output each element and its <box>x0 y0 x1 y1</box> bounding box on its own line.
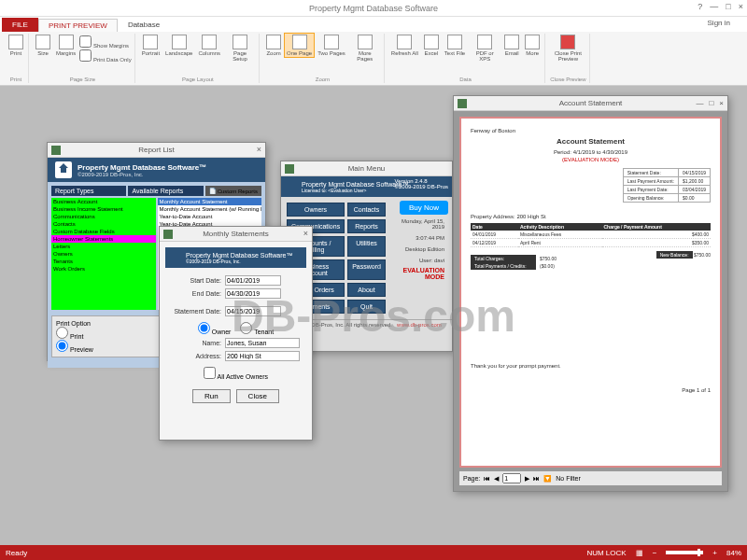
portrait-button[interactable]: Portrait <box>140 34 162 57</box>
window-icon <box>285 164 294 174</box>
buy-now-button[interactable]: Buy Now <box>400 201 448 215</box>
list-item[interactable]: Business Account <box>51 198 156 205</box>
landscape-button[interactable]: Landscape <box>163 34 194 57</box>
window-icon <box>163 230 173 239</box>
menu-button[interactable]: Reports <box>347 219 386 233</box>
tab-print-preview[interactable]: PRINT PREVIEW <box>38 19 118 32</box>
page-navigator: Page: ⏮ ◀ ▶ ⏭ 🔽 No Filter <box>459 471 722 485</box>
view-icon[interactable]: ▦ <box>636 549 643 557</box>
help-icon[interactable]: ? <box>698 2 702 11</box>
menu-button[interactable]: Owners <box>287 203 345 217</box>
refresh-button[interactable]: Refresh All <box>389 34 420 57</box>
company-name: Fenway of Boston <box>471 128 711 133</box>
close-preview-button[interactable]: Close Print Preview <box>552 34 584 63</box>
pdf-button[interactable]: PDF or XPS <box>469 34 500 63</box>
logo-icon <box>285 180 298 193</box>
all-active-check[interactable]: All Active Owners <box>204 367 268 380</box>
zoom-button[interactable]: Zoom <box>264 34 283 57</box>
statusbar: Ready NUM LOCK ▦ − + 84% <box>0 545 747 560</box>
logo-icon <box>169 251 182 264</box>
list-item[interactable]: Owners <box>51 250 156 258</box>
logo-icon <box>55 161 72 178</box>
list-item[interactable]: Monthly Account Statement (w/ Running Ba… <box>158 205 262 213</box>
one-page-button[interactable]: One Page <box>285 34 314 57</box>
email-button[interactable]: Email <box>502 34 521 57</box>
report-types-header: Report Types <box>51 186 126 196</box>
show-margins-check[interactable]: Show Margins <box>79 35 131 49</box>
zoom-out-icon[interactable]: − <box>653 549 657 557</box>
zoom-slider[interactable] <box>666 551 703 554</box>
list-item[interactable]: Communications <box>51 213 156 220</box>
sign-in-link[interactable]: Sign in <box>708 19 730 27</box>
menu-button[interactable]: Password <box>347 259 386 280</box>
custom-reports-button[interactable]: 📄 Custom Reports <box>205 186 261 196</box>
nav-first-icon[interactable]: ⏮ <box>484 475 490 482</box>
close-icon[interactable]: × <box>739 2 743 11</box>
page-num-input[interactable] <box>502 473 521 483</box>
minimize-icon[interactable]: — <box>696 99 703 107</box>
list-item[interactable]: Letters <box>51 243 156 250</box>
nav-next-icon[interactable]: ▶ <box>525 475 529 483</box>
monthly-title: Monthly Statements <box>203 230 269 238</box>
menu-button[interactable]: Contacts <box>347 203 386 217</box>
close-button[interactable]: Close <box>236 389 279 403</box>
stmt-window-title: Account Statement <box>559 99 623 107</box>
filter-icon[interactable]: 🔽 <box>543 475 552 483</box>
zoom-in-icon[interactable]: + <box>712 549 717 557</box>
menu-button[interactable]: Utilities <box>347 236 386 257</box>
menu-button[interactable]: Quit <box>347 300 386 314</box>
status-ready: Ready <box>6 549 27 557</box>
page-setup-button[interactable]: Page Setup <box>224 34 256 63</box>
dbpros-link[interactable]: www.db-pros.com <box>397 322 442 328</box>
list-item[interactable]: Year-to-Date Account <box>158 213 262 220</box>
list-item[interactable]: Homeowner Statements <box>51 235 156 243</box>
list-item[interactable]: Contacts <box>51 220 156 228</box>
print-data-only-check[interactable]: Print Data Only <box>79 49 131 63</box>
maximize-icon[interactable]: □ <box>726 2 730 11</box>
statement-document: Fenway of Boston Account Statement Perio… <box>459 117 722 468</box>
maximize-icon[interactable]: □ <box>709 99 713 107</box>
list-item[interactable]: Work Orders <box>51 265 156 273</box>
two-pages-button[interactable]: Two Pages <box>316 34 347 57</box>
minimize-icon[interactable]: — <box>710 2 718 11</box>
text-button[interactable]: Text File <box>443 34 467 57</box>
print-button[interactable]: Print <box>7 34 25 57</box>
workspace: Report List× Property Mgmt Database Soft… <box>0 86 747 545</box>
statement-date-input[interactable] <box>225 306 281 316</box>
preview-radio[interactable]: Preview <box>56 346 93 353</box>
transactions-table: DateActivity DescriptionCharge / Payment… <box>471 223 711 247</box>
numlock-indicator: NUM LOCK <box>586 549 626 557</box>
menu-button[interactable]: About <box>347 283 386 297</box>
tab-file[interactable]: FILE <box>2 18 38 32</box>
list-item[interactable]: Business Income Statement <box>51 205 156 213</box>
columns-button[interactable]: Columns <box>196 34 222 57</box>
window-icon <box>51 146 61 155</box>
report-types-list[interactable]: Business AccountBusiness Income Statemen… <box>51 198 156 310</box>
print-radio[interactable]: Print <box>56 333 83 340</box>
owner-radio[interactable]: Owner <box>198 322 232 335</box>
end-date-input[interactable] <box>225 288 281 299</box>
margins-button[interactable]: Margins <box>54 34 78 57</box>
nav-last-icon[interactable]: ⏭ <box>533 475 540 482</box>
nav-prev-icon[interactable]: ◀ <box>494 475 499 483</box>
excel-button[interactable]: Excel <box>422 34 441 57</box>
tab-database[interactable]: Database <box>118 18 170 32</box>
address-input[interactable] <box>225 351 300 361</box>
list-item[interactable]: Monthly Account Statement <box>158 198 262 205</box>
run-button[interactable]: Run <box>192 389 231 403</box>
more-pages-button[interactable]: More Pages <box>349 34 381 63</box>
close-icon[interactable]: × <box>257 145 261 154</box>
list-item[interactable]: Custom Database Fields <box>51 228 156 235</box>
size-button[interactable]: Size <box>34 34 52 57</box>
close-icon[interactable]: × <box>719 99 724 107</box>
ribbon: Print Print Size Margins Show Margins Pr… <box>0 32 747 86</box>
start-date-input[interactable] <box>225 275 281 286</box>
tenant-radio[interactable]: Tenant <box>240 322 274 335</box>
info-table: Statement Date:04/15/2019Last Payment Am… <box>623 168 711 203</box>
more-button[interactable]: More <box>523 34 542 57</box>
close-icon[interactable]: × <box>303 229 308 238</box>
list-item[interactable]: Tenants <box>51 258 156 265</box>
zoom-value: 84% <box>726 549 741 557</box>
name-input[interactable] <box>225 338 300 348</box>
ribbon-tabs: FILE PRINT PREVIEW Database <box>0 17 747 32</box>
